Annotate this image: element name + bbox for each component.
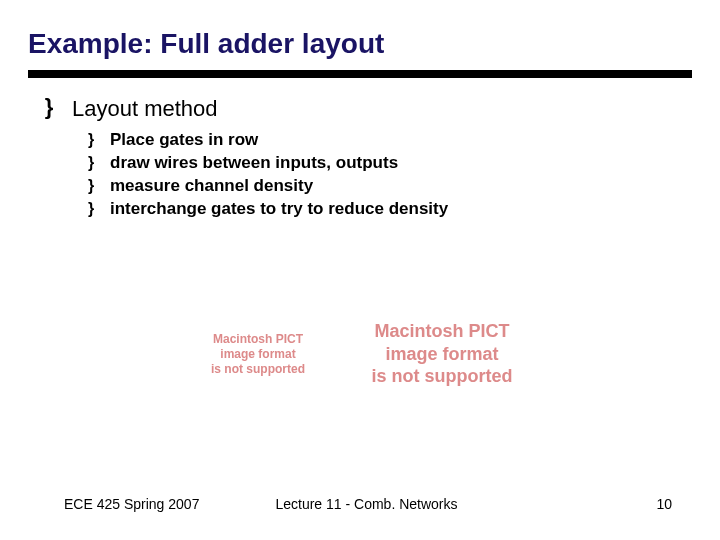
bullet-glyph-icon: } bbox=[84, 176, 98, 196]
list-item: } interchange gates to try to reduce den… bbox=[84, 199, 720, 219]
list-item-label: measure channel density bbox=[110, 176, 313, 196]
bullet-glyph-icon: } bbox=[84, 199, 98, 219]
slide-content: } Layout method } Place gates in row } d… bbox=[0, 78, 720, 219]
pict-unsupported-large: Macintosh PICT image format is not suppo… bbox=[342, 300, 542, 408]
bullet-glyph-icon: } bbox=[84, 153, 98, 173]
bullet-glyph-icon: } bbox=[40, 96, 58, 118]
slide-title: Example: Full adder layout bbox=[0, 0, 720, 60]
list-item: } Place gates in row bbox=[84, 130, 720, 150]
slide-footer: ECE 425 Spring 2007 Lecture 11 - Comb. N… bbox=[0, 496, 720, 512]
slide-number: 10 bbox=[656, 496, 672, 512]
list-item: } draw wires between inputs, outputs bbox=[84, 153, 720, 173]
image-placeholder-row: Macintosh PICT image format is not suppo… bbox=[0, 308, 720, 408]
list-item-label: draw wires between inputs, outputs bbox=[110, 153, 398, 173]
bullet-top: } Layout method bbox=[40, 96, 720, 122]
list-item-label: Place gates in row bbox=[110, 130, 258, 150]
pict-unsupported-small: Macintosh PICT image format is not suppo… bbox=[178, 308, 338, 400]
footer-left: ECE 425 Spring 2007 bbox=[64, 496, 199, 512]
bullet-top-label: Layout method bbox=[72, 96, 218, 122]
sub-bullet-list: } Place gates in row } draw wires betwee… bbox=[40, 130, 720, 219]
bullet-glyph-icon: } bbox=[84, 130, 98, 150]
list-item-label: interchange gates to try to reduce densi… bbox=[110, 199, 448, 219]
footer-center: Lecture 11 - Comb. Networks bbox=[199, 496, 656, 512]
slide: Example: Full adder layout } Layout meth… bbox=[0, 0, 720, 540]
list-item: } measure channel density bbox=[84, 176, 720, 196]
title-rule bbox=[28, 70, 692, 78]
